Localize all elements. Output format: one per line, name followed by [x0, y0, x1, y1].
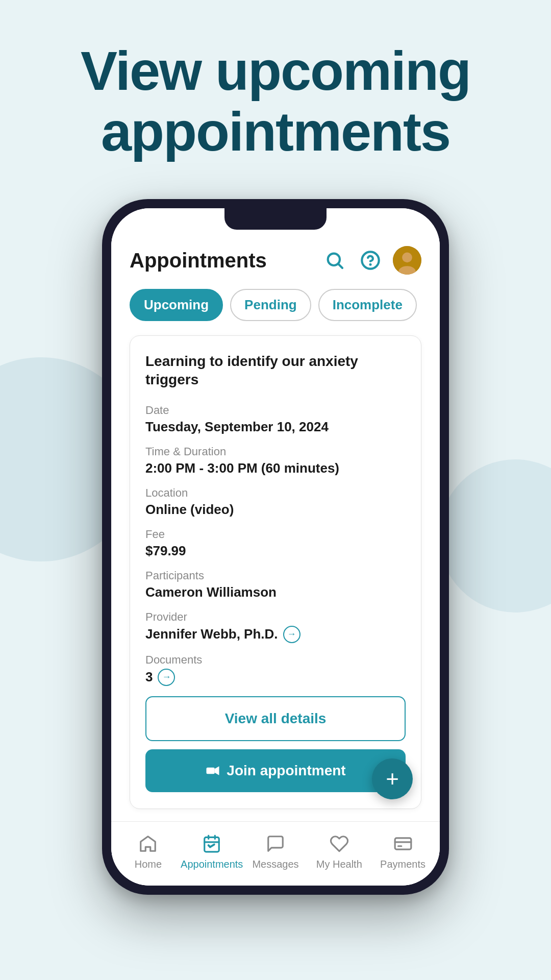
myhealth-icon — [328, 832, 351, 855]
tab-pending[interactable]: Pending — [230, 289, 311, 321]
svg-rect-7 — [207, 768, 215, 774]
provider-label: Provider — [145, 610, 406, 624]
action-buttons: View all details Join appointment + — [145, 696, 406, 792]
nav-item-payments[interactable]: Payments — [371, 832, 435, 870]
svg-rect-9 — [205, 837, 219, 852]
date-field: Date Tuesday, September 10, 2024 — [145, 404, 406, 435]
documents-value: 3 → — [145, 669, 406, 686]
tab-incomplete[interactable]: Incomplete — [318, 289, 417, 321]
documents-field: Documents 3 → — [145, 653, 406, 686]
appointment-card: Learning to identify our anxiety trigger… — [130, 335, 421, 809]
video-icon — [205, 763, 220, 778]
fab-button[interactable]: + — [372, 758, 413, 799]
nav-label-payments: Payments — [380, 859, 425, 870]
date-value: Tuesday, September 10, 2024 — [145, 419, 406, 435]
provider-value: Jennifer Webb, Ph.D. → — [145, 626, 406, 643]
phone-notch — [224, 208, 327, 230]
phone-outer: Appointments — [102, 199, 449, 895]
bottom-nav: Home Ap — [111, 821, 440, 886]
tab-upcoming[interactable]: Upcoming — [130, 289, 223, 321]
location-field: Location Online (video) — [145, 486, 406, 518]
payments-icon — [391, 832, 415, 855]
svg-line-1 — [339, 264, 343, 268]
app-title: Appointments — [130, 249, 267, 272]
location-label: Location — [145, 486, 406, 500]
participants-label: Participants — [145, 569, 406, 582]
search-button[interactable] — [321, 247, 348, 274]
svg-line-14 — [210, 844, 214, 847]
phone-mockup: Appointments — [102, 199, 449, 895]
phone-inner: Appointments — [111, 208, 440, 886]
appointments-icon — [200, 832, 223, 855]
documents-label: Documents — [145, 653, 406, 667]
svg-rect-15 — [395, 838, 411, 849]
bg-circle-right — [439, 459, 551, 612]
participants-value: Cameron Williamson — [145, 584, 406, 600]
avatar[interactable] — [393, 246, 421, 275]
header-icons — [321, 246, 421, 275]
nav-item-home[interactable]: Home — [116, 832, 180, 870]
messages-icon — [264, 832, 287, 855]
fee-value: $79.99 — [145, 543, 406, 559]
provider-link-arrow[interactable]: → — [283, 626, 300, 643]
nav-label-appointments: Appointments — [181, 859, 243, 870]
provider-field: Provider Jennifer Webb, Ph.D. → — [145, 610, 406, 643]
fab-container: Join appointment + — [145, 749, 406, 792]
tabs-row: Upcoming Pending Incomplete Past — [130, 289, 421, 321]
nav-label-myhealth: My Health — [316, 859, 362, 870]
app-header: Appointments — [130, 246, 421, 275]
appointment-title: Learning to identify our anxiety trigger… — [145, 352, 406, 389]
svg-marker-8 — [215, 766, 219, 775]
nav-item-myhealth[interactable]: My Health — [307, 832, 371, 870]
home-icon — [136, 832, 160, 855]
participants-field: Participants Cameron Williamson — [145, 569, 406, 600]
nav-label-messages: Messages — [252, 859, 298, 870]
location-value: Online (video) — [145, 502, 406, 518]
nav-label-home: Home — [135, 859, 162, 870]
time-field: Time & Duration 2:00 PM - 3:00 PM (60 mi… — [145, 445, 406, 476]
help-button[interactable] — [357, 247, 384, 274]
hero-title: View upcoming appointments — [31, 41, 520, 162]
fee-field: Fee $79.99 — [145, 528, 406, 559]
screen-content: Appointments — [111, 230, 440, 809]
time-label: Time & Duration — [145, 445, 406, 458]
nav-item-messages[interactable]: Messages — [244, 832, 308, 870]
time-value: 2:00 PM - 3:00 PM (60 minutes) — [145, 460, 406, 476]
hero-heading: View upcoming appointments — [0, 41, 551, 162]
view-details-button[interactable]: View all details — [145, 696, 406, 741]
nav-item-appointments[interactable]: Appointments — [180, 832, 244, 870]
fee-label: Fee — [145, 528, 406, 541]
date-label: Date — [145, 404, 406, 417]
phone-screen: Appointments — [111, 208, 440, 886]
documents-link-arrow[interactable]: → — [158, 669, 175, 686]
svg-point-5 — [402, 253, 412, 263]
join-appointment-button[interactable]: Join appointment — [145, 749, 406, 792]
